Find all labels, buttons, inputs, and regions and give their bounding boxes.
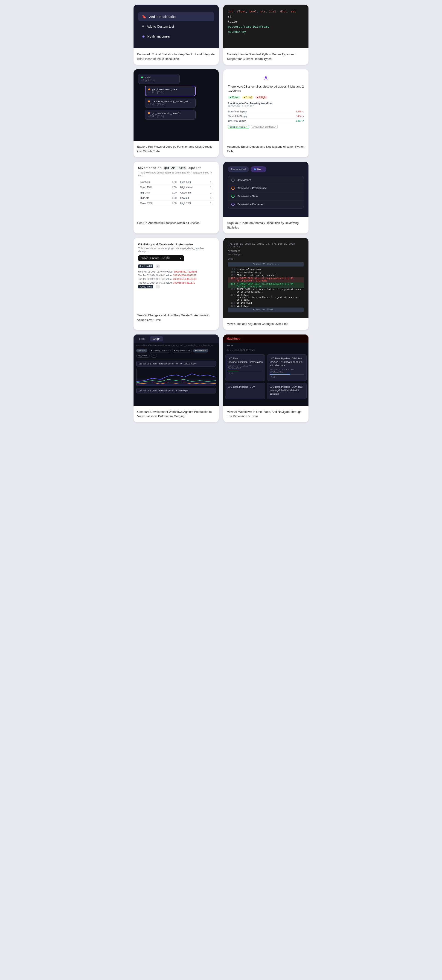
review-dot-icon: [254, 169, 256, 170]
review-option-unreviewed[interactable]: Unreviewed: [228, 176, 304, 184]
anomaly-badges: ● 23 low ● 8 mid ● 6 high: [228, 95, 304, 99]
caption-bookmarks: Bookmark Critical Statistics to Keep Tra…: [137, 52, 215, 61]
mc-jobs-1: › 1 job: [228, 372, 263, 375]
dot-green-icon: [141, 76, 143, 78]
anomaly-logo: ∧: [228, 74, 304, 81]
bm-add-bookmarks[interactable]: 🔖 Add to Bookmarks: [138, 12, 214, 21]
main-grid: 🔖 Add to Bookmarks ≡ Add to Custom List …: [133, 5, 309, 422]
caption-cov: See Co-Anomalistic Statistics within a F…: [137, 221, 215, 225]
flow-node-investments[interactable]: get_investments_data ○ 194 ⟨⟩ [33.2s]: [145, 86, 196, 96]
machine-card-2[interactable]: LVC Data Pipeline_DEV_feat ure/deg-128-u…: [267, 354, 307, 381]
card-bookmarks: 🔖 Add to Bookmarks ≡ Add to Custom List …: [133, 5, 219, 65]
badge-low: ● 23 low: [228, 95, 240, 99]
review-option-problematic[interactable]: Reviewed – Problematic: [228, 184, 304, 192]
mc-bar-fill-1: [228, 371, 238, 371]
tab-feed[interactable]: Feed: [136, 336, 148, 341]
git-select-value: raised_amount_usd.std: [141, 257, 170, 260]
git-subtitle: This shows how the underlying code in ge…: [138, 247, 214, 253]
code-args-val: No changes: [228, 253, 304, 256]
preview-flow: main ○ 2 ⟨⟩ [82.2s] get_investments_data…: [133, 69, 219, 141]
review-tabs: Unreviewed Re...: [228, 166, 304, 172]
review-opt-label-1: Unreviewed: [237, 178, 251, 182]
caption-python: Natively Handle Standard Python Return T…: [227, 52, 305, 61]
linear-icon: ◈: [142, 34, 144, 38]
mc-title-2: LVC Data Pipeline_DEV_feat ure/deg-128-u…: [269, 357, 304, 368]
badge-high: ● 6 high: [255, 95, 267, 99]
dot-orange-icon: [148, 89, 150, 90]
mc-stats-1: 525 STATS TRACKED • 0 BOOKMARKS: [228, 365, 263, 369]
filter-unreviewed[interactable]: Unreviewed: [193, 349, 208, 352]
anomaly-row-3: 50%.Total Supply 1.4e7 ↗: [228, 119, 304, 123]
cov-func: get_API_data: [163, 166, 187, 170]
machines-brand: Machines: [227, 337, 240, 340]
chart-line-orange: [136, 383, 216, 384]
node-transform-label: transform_company_sucess_rat...: [152, 100, 190, 103]
python-line-2: str: [228, 14, 304, 19]
flow-node-main[interactable]: main ○ 2 ⟨⟩ [82.2s]: [138, 74, 179, 84]
card-code: Fri Dec 29 2023 13:09:52 vs. Fri Dec 29 …: [223, 238, 309, 330]
caption-code: View Code and Argument Changes Over Time: [227, 321, 305, 326]
review-opt-label-2: Reviewed – Problematic: [237, 186, 266, 190]
filter-good[interactable]: ● Good: [136, 349, 147, 352]
tab-unreviewed[interactable]: Unreviewed: [228, 166, 249, 172]
circle-unreviewed-icon: [231, 178, 234, 182]
machine-card-4[interactable]: LVC Data Pipeline_DEV_feat ure/deg-25-sb…: [267, 383, 307, 399]
git-commit-2: #202284da ⇢: [138, 285, 214, 288]
card-body-feed: Compare Development Workflows Against Pr…: [133, 406, 219, 422]
node-investments-1-stats: ○ 194 ⟨⟩ [33.0s]: [148, 115, 193, 118]
bookmark-icon: 🔖: [142, 14, 146, 19]
tag-code-change: CODE CHANGE ✓: [228, 125, 249, 129]
tab-reviewed[interactable]: Re...: [251, 166, 266, 172]
tab-graph[interactable]: Graph: [150, 336, 163, 341]
preview-machines: Machines Home January 3rd, 2024 18:03:49…: [223, 334, 309, 406]
cov-table: Low.50%1.00 High.50%1. Open.75%1.00 High…: [138, 180, 214, 206]
bm-custom-list[interactable]: ≡ Add to Custom List: [138, 22, 214, 31]
tag-arg-change: ARGUMENT CHANGE ✗: [251, 125, 278, 129]
filter-reviewed[interactable]: Reviewed: [136, 354, 150, 358]
bm-notify-linear[interactable]: ◈ Notify via Linear: [138, 32, 214, 41]
filter-highly-unusual[interactable]: ● Highly Unusual: [172, 349, 192, 352]
review-option-corrected[interactable]: Reviewed – Corrected: [228, 200, 304, 208]
code-expand-1[interactable]: Expand 78 lines ...: [228, 262, 304, 267]
code-line-104: 104 LEFT JOIN rds_tables_intermediate.cl…: [228, 293, 304, 302]
card-body-code: View Code and Argument Changes Over Time: [223, 318, 309, 330]
filter-close[interactable]: ✕: [151, 354, 157, 358]
machines-grid: LVC Data Pipeline_optimize_interpolation…: [223, 352, 309, 401]
cov-title: Covariance in get_API_data against: [138, 166, 214, 170]
mc-title-1: LVC Data Pipeline_optimize_interpolation: [228, 357, 263, 364]
commit-link-icon: ⇢: [155, 264, 160, 268]
code-line-105: 105 LEFT JOIN (: [228, 305, 304, 307]
flow-node-investments-1[interactable]: get_investments_data (1) ○ 194 ⟨⟩ [33.0s…: [145, 110, 196, 119]
caption-git: See Git Changes and How They Relate To A…: [137, 313, 215, 322]
preview-code: Fri Dec 29 2023 13:09:52 vs. Fri Dec 29 …: [223, 238, 309, 318]
review-dropdown: Unreviewed Reviewed – Problematic Review…: [228, 176, 304, 208]
git-select[interactable]: raised_amount_usd.std ▾: [138, 255, 184, 261]
code-line-102-remove: 102 - INNER JOIN sbir.cl_organizations o…: [228, 277, 304, 282]
anomaly-title: There were 23 anomalies discovered acros…: [228, 84, 304, 93]
mc-jobs-2: › 5 jobs: [269, 376, 304, 378]
list-icon: ≡: [142, 24, 144, 29]
machines-nav[interactable]: Home: [223, 342, 309, 348]
feed-node-1[interactable]: get_all_data_from_athena.investor_lkv_lv…: [136, 361, 216, 366]
filter-unusual[interactable]: ● Possibly Unusual: [149, 349, 171, 352]
chart-line-green: [136, 379, 216, 383]
machine-card-1[interactable]: LVC Data Pipeline_optimize_interpolation…: [225, 354, 265, 381]
card-python: int, float, bool, str, list, dict, set s…: [223, 5, 309, 65]
feed-node-2[interactable]: get_all_data_from_athena.investor_array.…: [136, 388, 216, 393]
node-investments-label: get_investments_data: [152, 88, 177, 91]
machine-card-3[interactable]: LVC Data Pipeline_DEV: [225, 383, 265, 399]
caption-machines: View All Workflows In One Place, And Nav…: [227, 410, 305, 418]
node-investments-1-label: get_investments_data (1): [152, 112, 181, 115]
flow-node-transform[interactable]: transform_company_sucess_rat... ○ 132 ⟨⟩…: [145, 98, 196, 108]
card-body-review: Align Your Team on Anomaly Resolution by…: [223, 217, 309, 233]
card-body-cov: See Co-Anomalistic Statistics within a F…: [133, 217, 219, 229]
mc-title-4: LVC Data Pipeline_DEV_feat ure/deg-25-sb…: [269, 385, 304, 396]
machines-date: January 3rd, 2024 18:03:49: [223, 348, 309, 352]
commit-hash-2: #202284da: [138, 285, 153, 288]
review-option-safe[interactable]: Reviewed – Safe: [228, 192, 304, 200]
code-expand-2[interactable]: Expand 61 lines ...: [228, 307, 304, 312]
badge-mid: ● 8 mid: [242, 95, 253, 99]
cov-row-3: High.min1.00 Close.min1.: [138, 190, 214, 196]
preview-python: int, float, bool, str, list, dict, set s…: [223, 5, 309, 48]
circle-safe-icon: [231, 195, 234, 198]
